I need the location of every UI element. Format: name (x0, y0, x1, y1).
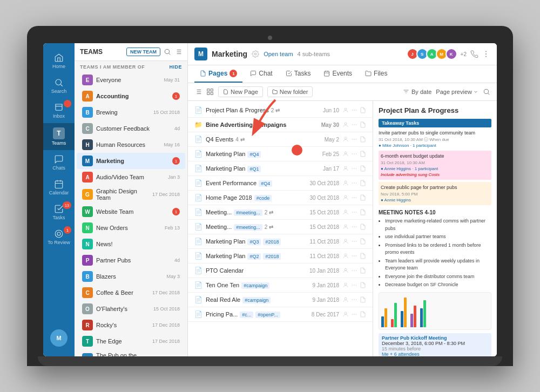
team-item[interactable]: E Everyone May 31 (77, 72, 185, 88)
nav-teams[interactable]: T Teams (43, 123, 75, 150)
page-doc-icon (360, 209, 366, 215)
page-count: 2 ⇄ (265, 224, 273, 230)
nav-chats[interactable]: Chats (43, 150, 75, 175)
team-item[interactable]: P Partner Pubs 4d (77, 252, 185, 268)
page-date: Jan 17 (323, 166, 339, 172)
page-more-icon[interactable] (351, 180, 357, 186)
svg-point-47 (354, 198, 355, 198)
page-more-icon[interactable] (351, 165, 357, 172)
search-icon[interactable] (164, 48, 171, 56)
page-item[interactable]: 📁 Bine Advertising Campaigns May 30 (188, 118, 373, 132)
team-avatar: A (82, 91, 93, 102)
list-icon[interactable] (174, 48, 182, 56)
page-more-icon[interactable] (351, 136, 357, 143)
tab-pages[interactable]: Pages 1 (194, 65, 242, 83)
team-name: New Orders (96, 225, 161, 231)
team-badge: 1 (172, 92, 180, 100)
page-more-icon[interactable] (351, 282, 357, 288)
grid-view-icon[interactable] (206, 88, 214, 96)
more-icon[interactable] (482, 50, 490, 58)
page-item[interactable]: 📄 Meeting...#meeting...2 ⇄ 15 Oct 2018 (188, 205, 373, 220)
nav-calendar[interactable]: Calendar (43, 175, 75, 200)
page-item[interactable]: 📄 Event Performance#Q4 30 Oct 2018 (188, 176, 373, 191)
chart-bar (401, 311, 403, 327)
page-item[interactable]: 📄 PTO Calendar 10 Jan 2018 (188, 263, 373, 278)
page-more-icon[interactable] (351, 238, 357, 245)
preview-panel: Project Plan & Progress Takeaway Tasks I… (373, 101, 497, 356)
page-more-icon[interactable] (351, 194, 357, 201)
team-item[interactable]: M Marketing 1 (77, 153, 185, 169)
team-item[interactable]: C Coffee & Beer 17 Dec 2018 (77, 285, 185, 301)
settings-icon[interactable] (252, 50, 259, 58)
page-item[interactable]: 📄 Project Plan & Progress2 ⇄ Jun 10 (188, 103, 373, 118)
page-item[interactable]: 📄 Real Red Ale#campaign 9 Jan 2018 (188, 293, 373, 307)
page-more-icon[interactable] (351, 311, 357, 317)
team-item[interactable]: R Rocky's 17 Dec 2018 (77, 317, 185, 333)
hide-link[interactable]: HIDE (169, 64, 182, 70)
page-item[interactable]: 📄 Marketing Plan#Q2#2018 11 Oct 2018 (188, 249, 373, 263)
page-item[interactable]: 📄 Home Page 2018#code 30 Oct 2018 (188, 191, 373, 205)
page-more-icon[interactable] (351, 121, 357, 128)
list-view-icon[interactable] (194, 88, 202, 96)
team-item[interactable]: C Customer Feedback 4d (77, 120, 185, 137)
nav-search[interactable]: Search (43, 73, 75, 98)
team-item[interactable]: N News! (77, 236, 185, 252)
team-item[interactable]: N New Orders Feb 13 (77, 220, 185, 236)
page-more-icon[interactable] (351, 267, 357, 274)
nav-toreview[interactable]: To Review 1 (43, 225, 75, 249)
new-page-button[interactable]: New Page (218, 86, 263, 97)
nav-home[interactable]: Home (43, 49, 75, 73)
search-pages-icon[interactable] (483, 88, 490, 96)
page-date: May 2 (325, 137, 339, 143)
svg-point-72 (356, 285, 356, 286)
sort-by-date[interactable]: By date (403, 89, 431, 95)
team-avatar: B (82, 107, 93, 118)
team-item[interactable]: T The Edge 17 Dec 2018 (77, 333, 185, 349)
team-item[interactable]: H Human Resources May 16 (77, 137, 185, 153)
new-team-button[interactable]: NEW TEAM (126, 48, 160, 56)
team-item[interactable]: B Brewing 15 Oct 2018 (77, 104, 185, 120)
team-item[interactable]: A Audio/Video Team Jan 3 (77, 169, 185, 185)
nav-tasks[interactable]: Tasks 13 (43, 200, 75, 225)
page-item[interactable]: 📄 Marketing Plan#Q4 Feb 25 (188, 147, 373, 161)
page-more-icon[interactable] (351, 224, 357, 230)
page-item[interactable]: 📄 Marketing Plan#Q3#2018 11 Oct 2018 (188, 234, 373, 249)
phone-icon[interactable] (470, 50, 478, 58)
page-preview-dropdown[interactable]: Page preview (436, 89, 478, 95)
team-item[interactable]: A Accounting 1 (77, 88, 185, 104)
tab-chat[interactable]: Chat (245, 65, 278, 83)
page-more-icon[interactable] (351, 107, 357, 113)
page-item[interactable]: 📄 Pricing Pa...#c...#openP... 8 Dec 2017 (188, 307, 373, 322)
page-more-icon[interactable] (351, 253, 357, 259)
team-avatar: E (82, 75, 93, 85)
team-item[interactable]: O O'Flaherty's 15 Oct 2018 (77, 301, 185, 317)
content-area: 📄 Project Plan & Progress2 ⇄ Jun 10 📁 Bi… (188, 101, 497, 356)
svg-point-46 (352, 198, 353, 198)
page-date: May 30 (321, 122, 339, 128)
page-name: Project Plan & Progress2 ⇄ (206, 107, 320, 113)
page-more-icon[interactable] (351, 296, 357, 303)
nav-inbox[interactable]: Inbox (43, 98, 75, 123)
user-avatar[interactable]: M (50, 329, 68, 347)
page-name: Marketing Plan#Q3#2018 (206, 238, 307, 245)
page-item[interactable]: 📄 Meeting...#meeting...2 ⇄ 15 Oct 2018 (188, 220, 373, 234)
page-actions (342, 194, 366, 201)
team-item[interactable]: T The Pub on the Corner 17 Dec 2018 (77, 349, 185, 356)
svg-point-74 (352, 300, 353, 300)
teams-title: TEAMS (80, 48, 123, 56)
team-avatar: P (82, 255, 93, 266)
tab-files[interactable]: Files (360, 65, 393, 83)
team-name: The Pub on the Corner (96, 352, 149, 356)
new-folder-button[interactable]: New folder (267, 86, 313, 97)
team-item[interactable]: B Blazers May 3 (77, 268, 185, 285)
page-more-icon[interactable] (351, 151, 357, 157)
tab-tasks[interactable]: Tasks (280, 65, 316, 83)
tab-events[interactable]: Events (318, 65, 357, 83)
page-item[interactable]: 📄 Ten One Ten#campaign 9 Jan 2018 (188, 278, 373, 293)
page-item[interactable]: 📄 Marketing Plan#Q1 Jan 17 (188, 161, 373, 176)
task-1: Invite partner pubs to single community … (379, 130, 491, 148)
page-item[interactable]: 📄 Q4 Events4 ⇄ May 2 (188, 132, 373, 147)
team-item[interactable]: G Graphic Design Team 17 Dec 2018 (77, 185, 185, 204)
team-item[interactable]: W Website Team 1 (77, 204, 185, 220)
page-more-icon[interactable] (351, 209, 357, 215)
